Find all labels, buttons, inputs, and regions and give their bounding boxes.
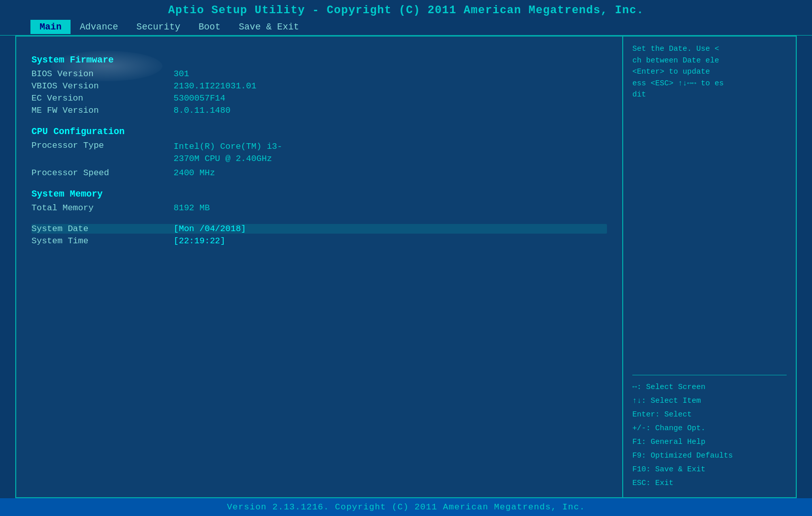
bios-version-row: BIOS Version 301 bbox=[31, 69, 607, 79]
keybind-f1: F1: General Help bbox=[632, 435, 787, 449]
processor-type-value: Intel(R) Core(TM) i3-2370M CPU @ 2.40GHz bbox=[174, 141, 282, 165]
menu-item-security[interactable]: Security bbox=[127, 20, 189, 34]
content-area: System Firmware BIOS Version 301 VBIOS V… bbox=[15, 36, 797, 498]
processor-type-row: Processor Type Intel(R) Core(TM) i3-2370… bbox=[31, 141, 607, 165]
title-bar: Aptio Setup Utility - Copyright (C) 2011… bbox=[0, 0, 812, 19]
title-text: Aptio Setup Utility - Copyright (C) 2011… bbox=[168, 4, 644, 17]
help-line1: Set the Date. Use < bbox=[632, 45, 719, 53]
system-time-value[interactable]: [22:19:22] bbox=[174, 236, 225, 246]
keybind-select-item: ↑↓: Select Item bbox=[632, 394, 787, 408]
system-time-row[interactable]: System Time [22:19:22] bbox=[31, 236, 607, 246]
menu-bar: Main Advance Security Boot Save & Exit bbox=[0, 19, 812, 36]
help-line3: <Enter> to update bbox=[632, 68, 710, 76]
vbios-version-value: 2130.1I221031.01 bbox=[174, 81, 256, 91]
total-memory-value: 8192 MB bbox=[174, 203, 210, 213]
menu-item-advance[interactable]: Advance bbox=[71, 20, 127, 34]
memory-header: System Memory bbox=[31, 189, 607, 199]
keybind-f9: F9: Optimized Defaults bbox=[632, 449, 787, 463]
footer: Version 2.13.1216. Copyright (C) 2011 Am… bbox=[0, 498, 812, 516]
system-date-label: System Date bbox=[31, 224, 174, 234]
mefw-version-label: ME FW Version bbox=[31, 106, 174, 115]
ec-version-label: EC Version bbox=[31, 93, 174, 103]
menu-item-save-exit[interactable]: Save & Exit bbox=[229, 20, 308, 34]
keybinds-section: ↔: Select Screen ↑↓: Select Item Enter: … bbox=[632, 375, 787, 490]
ec-version-row: EC Version 5300057F14 bbox=[31, 93, 607, 103]
mefw-version-row: ME FW Version 8.0.11.1480 bbox=[31, 106, 607, 115]
processor-type-label: Processor Type bbox=[31, 141, 174, 165]
keybind-change-opt: +/-: Change Opt. bbox=[632, 422, 787, 435]
help-line4: ess <ESC> ↑↓↔↔ to es bbox=[632, 79, 724, 88]
menu-item-boot[interactable]: Boot bbox=[189, 20, 229, 34]
mefw-version-value: 8.0.11.1480 bbox=[174, 106, 230, 115]
processor-speed-value: 2400 MHz bbox=[174, 168, 215, 178]
total-memory-label: Total Memory bbox=[31, 203, 174, 213]
firmware-header: System Firmware bbox=[31, 55, 607, 65]
keybind-enter: Enter: Select bbox=[632, 408, 787, 422]
menu-item-main[interactable]: Main bbox=[30, 20, 71, 34]
bios-version-value: 301 bbox=[174, 69, 189, 79]
ec-version-value: 5300057F14 bbox=[174, 93, 225, 103]
left-panel: System Firmware BIOS Version 301 VBIOS V… bbox=[16, 37, 623, 497]
processor-speed-label: Processor Speed bbox=[31, 168, 174, 178]
help-line5: dit bbox=[632, 90, 646, 99]
cpu-header: CPU Configuration bbox=[31, 126, 607, 137]
footer-text: Version 2.13.1216. Copyright (C) 2011 Am… bbox=[227, 502, 585, 512]
vbios-version-label: VBIOS Version bbox=[31, 81, 174, 91]
total-memory-row: Total Memory 8192 MB bbox=[31, 203, 607, 213]
right-panel: Set the Date. Use < ch between Date ele … bbox=[623, 37, 796, 497]
system-time-label: System Time bbox=[31, 236, 174, 246]
vbios-version-row: VBIOS Version 2130.1I221031.01 bbox=[31, 81, 607, 91]
bios-screen: Aptio Setup Utility - Copyright (C) 2011… bbox=[0, 0, 812, 516]
bios-version-label: BIOS Version bbox=[31, 69, 174, 79]
processor-speed-row: Processor Speed 2400 MHz bbox=[31, 168, 607, 178]
system-date-row[interactable]: System Date [Mon /04/2018] bbox=[31, 224, 607, 234]
keybind-esc: ESC: Exit bbox=[632, 476, 787, 490]
system-date-value[interactable]: [Mon /04/2018] bbox=[174, 224, 246, 234]
keybind-select-screen: ↔: Select Screen bbox=[632, 380, 787, 394]
keybind-f10: F10: Save & Exit bbox=[632, 463, 787, 476]
help-text: Set the Date. Use < ch between Date ele … bbox=[632, 44, 787, 101]
help-line2: ch between Date ele bbox=[632, 56, 719, 65]
